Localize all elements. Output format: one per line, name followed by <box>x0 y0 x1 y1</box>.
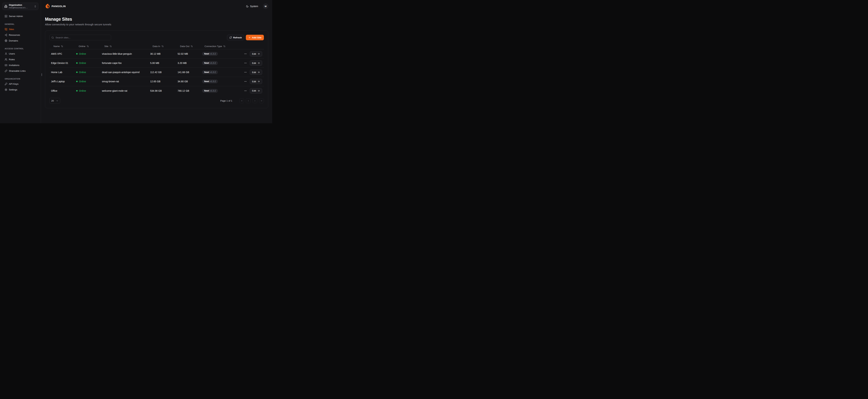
connection-version-label: v1.3.2 <box>210 53 216 55</box>
sites-card: Refresh Add Site Name Online Site Data I… <box>45 31 268 108</box>
site-name-cell: Office <box>51 89 76 92</box>
users-icon <box>5 58 7 61</box>
row-menu-button[interactable] <box>244 70 247 74</box>
row-menu-button[interactable] <box>244 80 247 83</box>
search-box <box>49 35 111 40</box>
refresh-button[interactable]: Refresh <box>227 35 244 40</box>
connection-type-cell: Newt v1.3.2 <box>202 52 244 56</box>
chevrons-right-icon <box>260 100 262 102</box>
sidebar-item-sites[interactable]: Sites <box>2 26 38 32</box>
column-header-data-out[interactable]: Data Out <box>178 45 202 48</box>
online-status-dot <box>76 71 78 73</box>
ellipsis-icon <box>244 89 247 92</box>
sidebar-item-shareable-links[interactable]: Shareable Links <box>2 68 38 74</box>
sidebar-item-api-keys[interactable]: API Keys <box>2 81 38 87</box>
table-body: AWS VPC Online vivacious-little-blue-pen… <box>49 49 264 95</box>
connection-type-badge: Newt v1.3.2 <box>202 52 218 56</box>
first-page-button[interactable] <box>239 98 244 103</box>
connection-type-cell: Newt v1.3.2 <box>202 70 244 74</box>
moon-icon <box>246 5 249 8</box>
column-header-connection-type[interactable]: Connection Type <box>202 45 244 48</box>
edit-button[interactable]: Edit <box>250 79 262 84</box>
column-header-name[interactable]: Name <box>51 45 76 48</box>
last-page-button[interactable] <box>259 98 264 103</box>
globe-icon <box>5 39 7 42</box>
sidebar-section-organization: ORGANIZATION <box>5 78 36 80</box>
table-toolbar: Refresh Add Site <box>49 35 264 40</box>
table-header-row: Name Online Site Data In Data Out Connec… <box>49 43 264 49</box>
data-in-cell: 5.00 MB <box>150 62 178 64</box>
user-icon <box>5 53 7 55</box>
data-out-cell: 34.80 GB <box>178 80 202 83</box>
gear-icon <box>5 88 7 91</box>
table-row: Office Online welcome-giant-mole-rat 534… <box>49 86 264 95</box>
pagination-bar: 20 Page 1 of 1 <box>49 98 264 103</box>
site-tunnel-cell: dead-san-joaquin-antelope-squirrel <box>102 71 150 73</box>
theme-toggle[interactable]: System <box>245 5 259 8</box>
organization-label: Organization <box>9 4 32 7</box>
sidebar: Organization milo@fossorial.io's ... Ser… <box>0 0 41 123</box>
main-content: PANGOLIN System M Manage Sites Allow con… <box>41 0 272 123</box>
sidebar-item-domains[interactable]: Domains <box>2 38 38 43</box>
previous-page-button[interactable] <box>246 98 251 103</box>
organization-switcher[interactable]: Organization milo@fossorial.io's ... <box>2 3 38 10</box>
site-tunnel-cell: smug-brown-rat <box>102 80 150 83</box>
sidebar-item-users[interactable]: Users <box>2 51 38 57</box>
topbar: PANGOLIN System M <box>45 0 268 12</box>
column-header-data-in[interactable]: Data In <box>150 45 178 48</box>
data-out-cell: 3.20 MB <box>178 62 202 64</box>
sidebar-item-server-admin[interactable]: Server Admin <box>2 13 38 19</box>
sidebar-item-resources[interactable]: Resources <box>2 32 38 38</box>
brand-name: PANGOLIN <box>52 5 66 8</box>
search-icon <box>51 36 54 39</box>
organization-value: milo@fossorial.io's ... <box>9 6 32 9</box>
connection-type-badge: Newt v1.3.2 <box>202 80 218 83</box>
next-page-button[interactable] <box>252 98 257 103</box>
table-row: AWS VPC Online vivacious-little-blue-pen… <box>49 49 264 59</box>
sidebar-section-general: GENERAL <box>5 23 36 25</box>
connection-version-label: v1.3.2 <box>210 90 216 92</box>
online-status-label: Online <box>79 62 86 64</box>
online-status-dot <box>76 90 78 92</box>
ellipsis-icon <box>244 80 247 83</box>
site-name-cell: Home Lab <box>51 71 76 73</box>
row-menu-button[interactable] <box>244 89 247 93</box>
data-in-cell: 534.98 GB <box>150 89 178 92</box>
page-title: Manage Sites <box>45 17 268 22</box>
avatar[interactable]: M <box>263 4 268 9</box>
data-in-cell: 12.65 GB <box>150 80 178 83</box>
ellipsis-icon <box>244 53 247 55</box>
sort-icon <box>223 45 225 48</box>
search-input[interactable] <box>55 36 109 39</box>
sidebar-item-settings[interactable]: Settings <box>2 87 38 93</box>
arrow-right-icon <box>257 53 260 55</box>
sort-icon <box>87 45 89 48</box>
site-status-cell: Online <box>76 71 102 73</box>
pangolin-logo-icon <box>45 4 50 9</box>
chevrons-up-down-icon <box>34 5 36 8</box>
column-header-online[interactable]: Online <box>76 45 102 48</box>
connection-type-label: Newt <box>204 62 209 64</box>
site-status-cell: Online <box>76 62 102 64</box>
refresh-icon <box>229 36 232 39</box>
arrow-right-icon <box>257 71 260 73</box>
edit-button[interactable]: Edit <box>250 88 262 93</box>
connection-type-cell: Newt v1.3.2 <box>202 80 244 83</box>
page-info: Page 1 of 1 <box>220 99 232 102</box>
column-header-site[interactable]: Site <box>102 45 150 48</box>
combine-icon <box>5 28 7 31</box>
connection-version-label: v1.3.2 <box>210 80 216 83</box>
page-size-select[interactable]: 20 <box>49 98 60 103</box>
edit-button[interactable]: Edit <box>250 70 262 75</box>
edit-button[interactable]: Edit <box>250 51 262 56</box>
connection-type-label: Newt <box>204 53 209 55</box>
row-menu-button[interactable] <box>244 52 247 56</box>
edit-button[interactable]: Edit <box>250 60 262 66</box>
add-site-button[interactable]: Add Site <box>246 35 264 40</box>
sidebar-item-roles[interactable]: Roles <box>2 57 38 62</box>
sidebar-item-invitations[interactable]: Invitations <box>2 62 38 68</box>
ellipsis-icon <box>244 62 247 64</box>
row-menu-button[interactable] <box>244 61 247 65</box>
page-subtitle: Allow connectivity to your network throu… <box>45 23 268 26</box>
data-in-cell: 112.42 GB <box>150 71 178 73</box>
